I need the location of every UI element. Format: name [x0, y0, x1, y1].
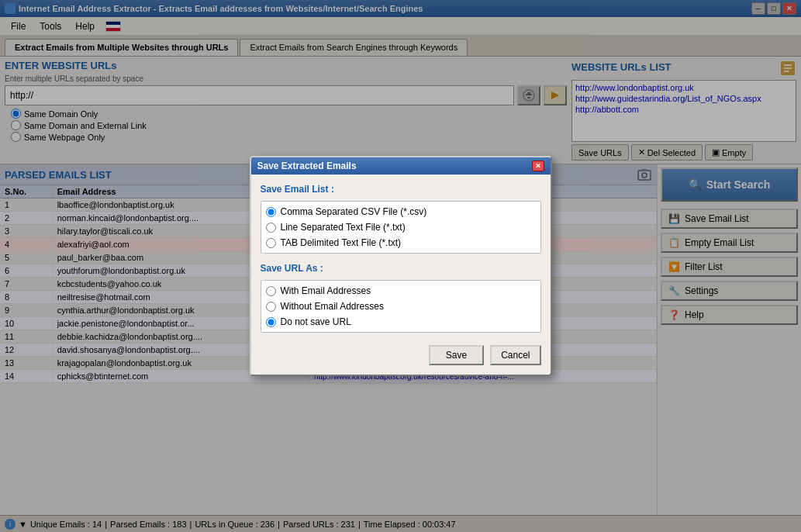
save-url-label: Save URL As :: [261, 263, 541, 274]
with-email-radio[interactable]: With Email Addresses: [266, 285, 536, 296]
csv-radio[interactable]: Comma Separated CSV File (*.csv): [266, 206, 536, 217]
modal-title-bar: Save Extracted Emails ✕: [251, 157, 551, 174]
txt-radio[interactable]: Line Separated Text File (*.txt): [266, 222, 536, 233]
modal-close-button[interactable]: ✕: [532, 161, 544, 171]
without-email-radio[interactable]: Without Email Addresses: [266, 301, 536, 312]
modal-cancel-button[interactable]: Cancel: [490, 345, 540, 365]
modal-save-button[interactable]: Save: [429, 345, 484, 365]
modal-overlay: Save Extracted Emails ✕ Save Email List …: [0, 0, 801, 532]
format-options: Comma Separated CSV File (*.csv) Line Se…: [261, 201, 541, 254]
modal-title: Save Extracted Emails: [257, 161, 357, 171]
donot-save-radio[interactable]: Do not save URL: [266, 316, 536, 327]
save-emails-modal: Save Extracted Emails ✕ Save Email List …: [250, 156, 552, 376]
modal-body: Save Email List : Comma Separated CSV Fi…: [251, 174, 551, 375]
url-options: With Email Addresses Without Email Addre…: [261, 280, 541, 333]
tab-radio[interactable]: TAB Delimited Text File (*.txt): [266, 237, 536, 248]
modal-footer: Save Cancel: [261, 342, 541, 365]
save-list-label: Save Email List :: [261, 184, 541, 195]
